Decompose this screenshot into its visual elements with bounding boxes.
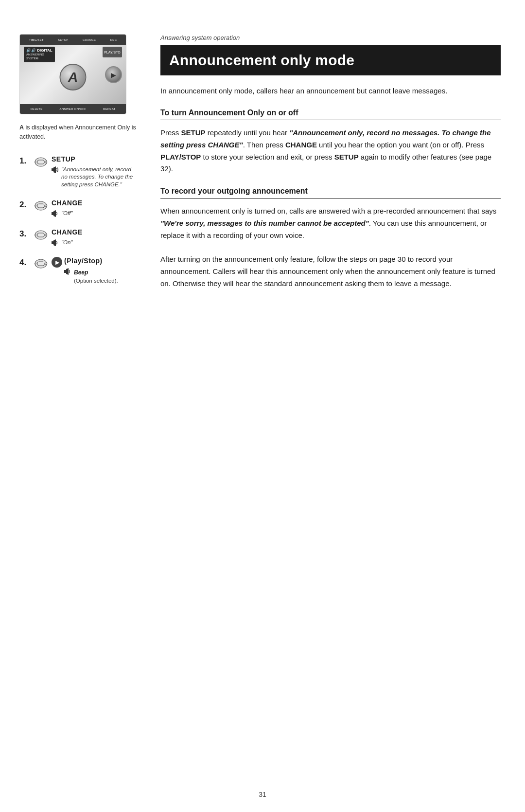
step-1-audio: "Announcement only, record no messages. … xyxy=(52,166,136,189)
svg-rect-8 xyxy=(52,241,53,244)
intro-text: In announcement only mode, callers hear … xyxy=(160,85,501,97)
step-1-number: 1. xyxy=(19,156,31,166)
svg-rect-2 xyxy=(52,168,53,171)
right-column: Answering system operation Announcement … xyxy=(146,19,525,793)
step-4-number: 4. xyxy=(19,258,31,268)
step-3-content: CHANGE "On" xyxy=(52,228,83,247)
step-4-audio-bold: Beep xyxy=(74,269,88,276)
step-2-content: CHANGE "Off" xyxy=(52,199,83,217)
page-number: 31 xyxy=(259,791,266,798)
svg-rect-4 xyxy=(37,204,44,208)
svg-rect-1 xyxy=(37,160,44,164)
subsection-title-1: To turn Announcement Only on or off xyxy=(160,108,501,120)
subsection-1-body: Press SETUP repeatedly until you hear "A… xyxy=(160,127,501,175)
svg-rect-10 xyxy=(37,262,44,266)
step-4-audio: Beep (Option selected). xyxy=(64,268,118,284)
subsection-2-body: When announcement only is turned on, cal… xyxy=(160,205,501,289)
step-3-number: 3. xyxy=(19,229,31,239)
step-1-audio-text: "Announcement only, record no messages. … xyxy=(61,166,136,189)
step-2: 2. CHANGE xyxy=(19,199,136,217)
step-3-audio: "On" xyxy=(52,239,83,247)
finger-icon-4 xyxy=(33,257,49,271)
step-4: 4. ▶ (Play/Stop) xyxy=(19,257,136,284)
step-2-number: 2. xyxy=(19,200,31,210)
page-title: Announcement only mode xyxy=(169,52,354,68)
step-2-label: CHANGE xyxy=(52,199,83,207)
audio-icon-4 xyxy=(64,268,72,275)
audio-icon-3 xyxy=(52,239,59,246)
step-3-label: CHANGE xyxy=(52,228,83,236)
audio-icon-2 xyxy=(52,210,59,217)
step-4-content: (Play/Stop) Beep (Option selected). xyxy=(64,257,118,284)
step-3-audio-text: "On" xyxy=(61,239,73,247)
section-label: Answering system operation xyxy=(160,34,501,41)
step-1-label: SETUP xyxy=(52,155,136,163)
step-3: 3. CHANGE xyxy=(19,228,136,247)
play-stop-icon: ▶ xyxy=(52,257,62,268)
svg-rect-7 xyxy=(37,233,44,237)
step-1-content: SETUP "Announcement only, record no mess… xyxy=(52,155,136,189)
finger-icon-1 xyxy=(33,155,49,169)
subsection-title-2: To record your outgoing announcement xyxy=(160,187,501,198)
svg-rect-11 xyxy=(64,270,66,273)
page-title-box: Announcement only mode xyxy=(160,45,501,75)
finger-icon-2 xyxy=(33,199,49,213)
device-image: TIME/SET SETUP CHANGE REC 🔊🔊 DIGITAL ANS… xyxy=(19,34,126,114)
finger-icon-3 xyxy=(33,228,49,242)
step-1: 1. SETUP xyxy=(19,155,136,189)
device-caption: A is displayed when Announcement Only is… xyxy=(19,123,136,142)
left-column: TIME/SET SETUP CHANGE REC 🔊🔊 DIGITAL ANS… xyxy=(0,19,146,793)
step-4-audio-rest: (Option selected). xyxy=(74,278,118,284)
step-2-audio: "Off" xyxy=(52,210,83,217)
svg-rect-5 xyxy=(52,212,53,215)
step-2-audio-text: "Off" xyxy=(61,210,73,217)
step-4-label: (Play/Stop) xyxy=(64,257,118,265)
audio-icon-1 xyxy=(52,166,59,173)
